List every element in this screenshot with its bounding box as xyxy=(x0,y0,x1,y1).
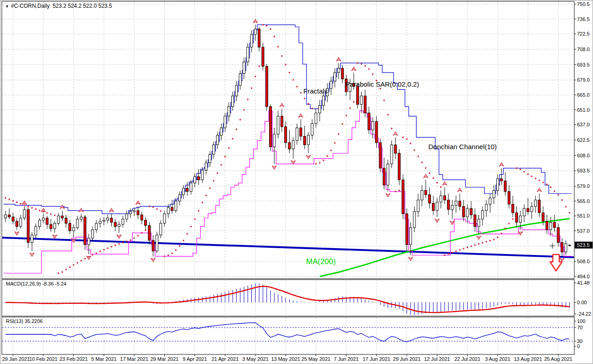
axis-label: 579.0 xyxy=(577,183,590,189)
axis-label: 508.0 xyxy=(577,259,590,264)
date-axis-label: 17 Jun 2021 xyxy=(363,356,390,362)
axis-label: 551.0 xyxy=(577,213,590,218)
axis-label: 722.5 xyxy=(577,31,590,36)
date-axis-label: 5 Mar 2021 xyxy=(91,356,117,362)
macd-panel-label: MACD(12,26,9) -8.36 -5.24 xyxy=(6,281,67,286)
chevron-down-icon[interactable]: ▾ xyxy=(6,4,8,9)
axis-label: 708.0 xyxy=(577,47,590,52)
symbol-period-label: #C-CORN,Daily xyxy=(11,3,50,9)
date-axis-label: 12 Jul 2021 xyxy=(424,356,450,362)
axis-label: 0 xyxy=(577,343,580,349)
date-axis-label: 3 Aug 2021 xyxy=(485,356,510,362)
parabolic-sar-indicator-label: Parabolic SAR(0.02,0.2) xyxy=(345,80,419,88)
axis-label: 70 xyxy=(577,325,583,330)
rsi-panel xyxy=(2,317,574,354)
fractals-indicator-label: Fractals xyxy=(303,87,328,95)
date-axis-label: 21 Apr 2021 xyxy=(212,356,239,362)
axis-label: 100 xyxy=(577,318,585,324)
date-axis-label: 7 Jun 2021 xyxy=(334,356,359,362)
axis-label: 637.0 xyxy=(577,122,590,127)
date-axis-label: 22 Jul 2021 xyxy=(454,356,480,362)
axis-label: 679.0 xyxy=(577,77,590,83)
date-axis-label: 29 Jun 2021 xyxy=(393,356,421,362)
axis-label: 537.0 xyxy=(577,228,590,234)
axis-label: -24.22 xyxy=(577,311,591,317)
date-axis-label: 13 Aug 2021 xyxy=(514,356,542,362)
axis-label: 693.5 xyxy=(577,62,590,68)
rsi-panel-label: RSI(13) 35.2206 xyxy=(6,318,43,324)
axis-label: 750.5 xyxy=(577,1,590,7)
chart-title: ▾#C-CORN,Daily 523.2 524.2 522.0 523.5 xyxy=(6,3,112,9)
date-axis-label: 29 Mar 2021 xyxy=(151,356,179,362)
axis-label: 523.5 xyxy=(577,242,590,248)
axis-label: 608.0 xyxy=(577,153,590,158)
date-axis-label: 10 Feb 2021 xyxy=(29,356,57,362)
macd-panel xyxy=(2,280,574,316)
axis-label: 651.0 xyxy=(577,107,590,113)
axis-label: 494.0 xyxy=(577,274,590,279)
axis-label: 565.0 xyxy=(577,198,590,204)
trading-chart-window: 750.5736.5722.5708.0693.5679.0665.0651.0… xyxy=(0,0,593,364)
axis-label: 622.5 xyxy=(577,137,590,143)
ohlc-quotes: 523.2 524.2 522.0 523.5 xyxy=(52,3,112,9)
ma200-indicator-label: MA(200) xyxy=(306,257,336,266)
date-axis-label: 9 Apr 2021 xyxy=(182,356,207,362)
chart-canvas[interactable]: 750.5736.5722.5708.0693.5679.0665.0651.0… xyxy=(0,0,593,364)
date-axis-label: 23 Feb 2021 xyxy=(60,356,88,362)
axis-label: 736.5 xyxy=(577,16,590,22)
date-axis-label: 25 Aug 2021 xyxy=(544,356,572,362)
axis-label: 665.0 xyxy=(577,92,590,98)
date-axis-label: 13 May 2021 xyxy=(271,356,300,362)
axis-label: 41.48 xyxy=(577,280,590,286)
donchian-channel-indicator-label: Donchian Channel(10) xyxy=(428,143,497,151)
date-axis-label: 17 Mar 2021 xyxy=(120,356,148,362)
date-axis-label: 25 May 2021 xyxy=(302,356,331,362)
axis-label: 593.5 xyxy=(577,168,590,173)
date-axis-label: 29 Jan 2021 xyxy=(2,356,30,362)
date-axis-label: 3 May 2021 xyxy=(242,356,268,362)
axis-label: 0.00 xyxy=(577,300,587,305)
